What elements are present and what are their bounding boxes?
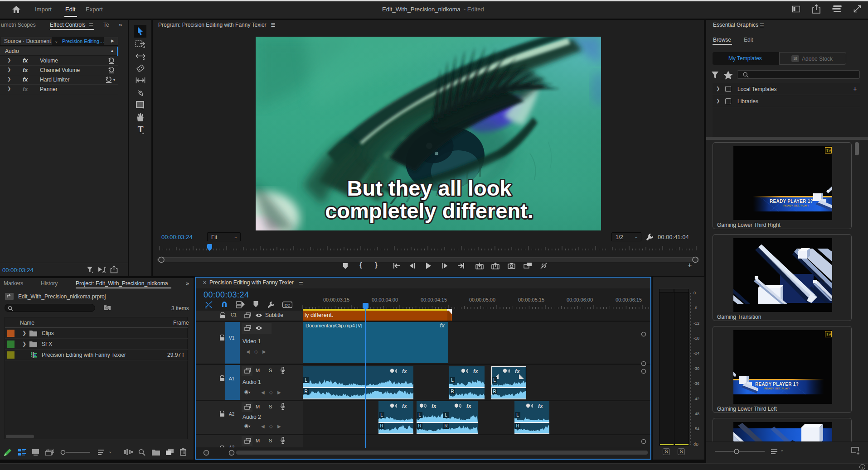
svg-text:READY. SET. PLAY!: READY. SET. PLAY!: [783, 204, 808, 207]
svg-text:fx: fx: [538, 403, 543, 409]
svg-text:fx: fx: [402, 403, 407, 409]
svg-text:But they all look: But they all look: [347, 176, 512, 200]
svg-text:fx: fx: [515, 368, 520, 374]
svg-text:READY PLAYER 1?: READY PLAYER 1?: [770, 199, 813, 204]
svg-text:fx: fx: [466, 403, 472, 409]
svg-text:completely different.: completely different.: [325, 199, 533, 223]
svg-text:READY PLAYER 1?: READY PLAYER 1?: [755, 382, 799, 387]
svg-text:fx: fx: [402, 368, 407, 374]
svg-text:fx: fx: [473, 368, 479, 374]
svg-text:T: T: [138, 125, 144, 134]
svg-text:READY. SET. PLAY!: READY. SET. PLAY!: [764, 387, 789, 390]
svg-text:fx: fx: [432, 403, 437, 409]
